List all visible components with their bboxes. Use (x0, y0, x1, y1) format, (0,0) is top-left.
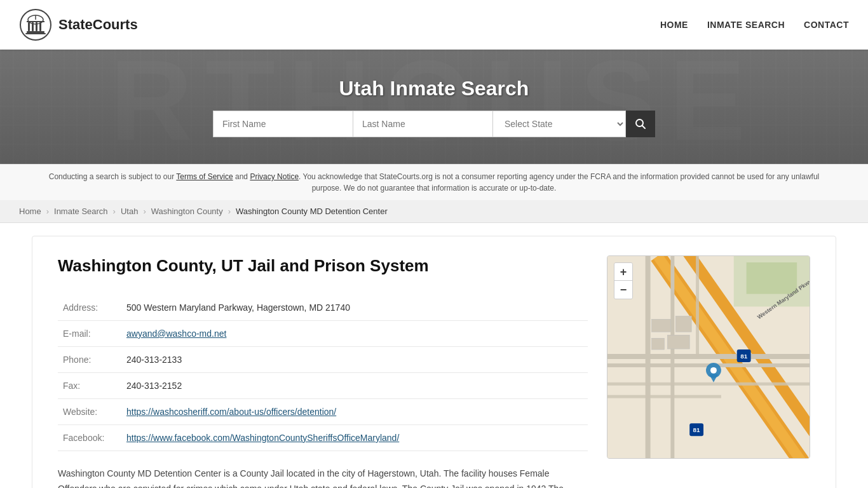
svg-rect-5 (36, 22, 37, 31)
breadcrumb-sep-3: › (143, 207, 146, 216)
hero-title: Utah Inmate Search (0, 77, 868, 100)
top-navigation: StateCourts HOME INMATE SEARCH CONTACT (0, 0, 868, 50)
search-icon (635, 118, 646, 130)
email-label: E-mail: (58, 320, 121, 346)
facility-info: Washington County, UT Jail and Prison Sy… (58, 255, 588, 488)
svg-rect-22 (670, 256, 674, 458)
map-column: + − (607, 255, 810, 488)
svg-rect-3 (28, 22, 30, 31)
svg-line-11 (642, 125, 646, 128)
facebook-link[interactable]: https://www.facebook.com/WashingtonCount… (126, 433, 399, 443)
svg-rect-24 (607, 395, 721, 398)
nav-links: HOME INMATE SEARCH CONTACT (660, 17, 849, 33)
breadcrumb-inmate-search[interactable]: Inmate Search (54, 207, 108, 216)
breadcrumb-sep-2: › (113, 207, 116, 216)
breadcrumb-washington-county[interactable]: Washington County (151, 207, 223, 216)
phone-value: 240-313-2133 (121, 346, 588, 372)
search-bar: Select StateAlabamaAlaskaArizonaArkansas… (0, 111, 868, 137)
email-link[interactable]: awyand@washco-md.net (126, 329, 226, 339)
breadcrumb-sep-4: › (228, 207, 231, 216)
logo-text: StateCourts (58, 17, 138, 33)
disclaimer-and: and (233, 172, 250, 181)
address-label: Address: (58, 295, 121, 321)
phone-label: Phone: (58, 346, 121, 372)
content-card: Washington County, UT Jail and Prison Sy… (32, 236, 836, 488)
fax-value: 240-313-2152 (121, 372, 588, 398)
breadcrumb-current: Washington County MD Detention Center (236, 207, 388, 216)
hero-content: Utah Inmate Search Select StateAlabamaAl… (0, 77, 868, 137)
logo-icon (19, 8, 52, 41)
svg-rect-21 (646, 256, 651, 458)
website-value: https://washcosheriff.com/about-us/offic… (121, 398, 588, 424)
breadcrumb-utah[interactable]: Utah (121, 207, 138, 216)
svg-point-33 (710, 367, 717, 374)
map-container: + − (607, 255, 810, 459)
info-table: Address: 500 Western Maryland Parkway, H… (58, 295, 588, 451)
nav-inmate-search[interactable]: INMATE SEARCH (707, 17, 785, 33)
address-value: 500 Western Maryland Parkway, Hagerstown… (121, 295, 588, 321)
svg-rect-36 (652, 338, 665, 349)
phone-row: Phone: 240-313-2133 (58, 346, 588, 372)
svg-rect-9 (27, 21, 44, 22)
address-row: Address: 500 Western Maryland Parkway, H… (58, 295, 588, 321)
last-name-input[interactable] (353, 111, 492, 137)
svg-rect-19 (607, 354, 810, 359)
fax-label: Fax: (58, 372, 121, 398)
svg-rect-7 (27, 31, 44, 33)
svg-rect-8 (25, 33, 46, 34)
logo-area[interactable]: StateCourts (19, 8, 138, 41)
map-svg: Western Maryland Pkwy 81 81 (607, 256, 810, 458)
facebook-value: https://www.facebook.com/WashingtonCount… (121, 424, 588, 451)
svg-rect-23 (607, 383, 810, 386)
breadcrumb: Home › Inmate Search › Utah › Washington… (0, 200, 868, 223)
website-label: Website: (58, 398, 121, 424)
fax-row: Fax: 240-313-2152 (58, 372, 588, 398)
first-name-input[interactable] (213, 111, 353, 137)
breadcrumb-home[interactable]: Home (19, 207, 41, 216)
website-row: Website: https://washcosheriff.com/about… (58, 398, 588, 424)
svg-rect-34 (652, 319, 671, 332)
disclaimer-text-after: . You acknowledge that StateCourts.org i… (299, 172, 819, 193)
email-row: E-mail: awyand@washco-md.net (58, 320, 588, 346)
map-zoom-out[interactable]: − (614, 281, 632, 299)
facebook-row: Facebook: https://www.facebook.com/Washi… (58, 424, 588, 451)
svg-text:81: 81 (740, 353, 748, 360)
website-link[interactable]: https://washcosheriff.com/about-us/offic… (126, 407, 336, 417)
svg-rect-15 (747, 262, 797, 294)
svg-rect-4 (32, 22, 34, 31)
disclaimer-text-before: Conducting a search is subject to our (49, 172, 177, 181)
nav-contact[interactable]: CONTACT (804, 17, 849, 33)
nav-home[interactable]: HOME (660, 17, 688, 33)
terms-link[interactable]: Terms of Service (176, 172, 233, 181)
desc-text-before: Washington County MD Detention Center is… (58, 468, 564, 488)
disclaimer-bar: Conducting a search is subject to our Te… (0, 164, 868, 200)
breadcrumb-sep-1: › (46, 207, 49, 216)
svg-rect-25 (696, 256, 699, 357)
main-content: Washington County, UT Jail and Prison Sy… (0, 223, 868, 488)
privacy-link[interactable]: Privacy Notice (250, 172, 299, 181)
svg-rect-35 (675, 316, 691, 332)
hero-banner: RTHOUSE Utah Inmate Search Select StateA… (0, 50, 868, 164)
facility-title: Washington County, UT Jail and Prison Sy… (58, 255, 588, 277)
svg-rect-37 (667, 335, 689, 349)
facility-description: Washington County MD Detention Center is… (58, 466, 588, 488)
svg-rect-6 (39, 22, 41, 31)
map-zoom-controls: + − (614, 262, 633, 299)
email-value: awyand@washco-md.net (121, 320, 588, 346)
svg-text:81: 81 (693, 426, 701, 433)
facebook-label: Facebook: (58, 424, 121, 451)
map-zoom-in[interactable]: + (614, 263, 632, 281)
state-select[interactable]: Select StateAlabamaAlaskaArizonaArkansas… (492, 111, 626, 137)
search-button[interactable] (626, 111, 655, 137)
